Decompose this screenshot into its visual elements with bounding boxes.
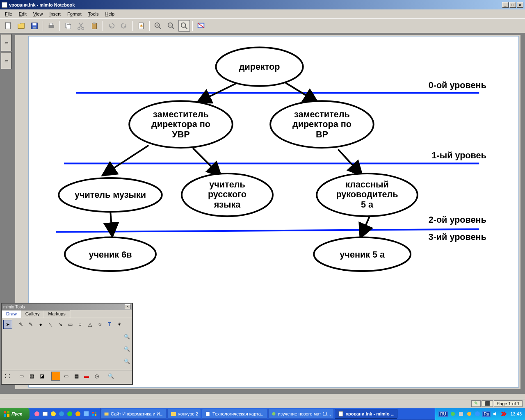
lang-indicator-1[interactable]: RU (438, 411, 447, 417)
new-button[interactable] (2, 20, 14, 32)
svg-rect-5 (50, 23, 52, 26)
tray-icon-1[interactable] (450, 411, 456, 417)
line-tool[interactable]: ＼ (46, 320, 55, 329)
save-button[interactable] (29, 20, 40, 32)
side-panel: ▭ ▭ (1, 34, 12, 70)
tools-zoom-fit[interactable]: 🔍 (122, 357, 131, 366)
task-item-5[interactable]: уровани.ink - mimio ... (335, 409, 397, 419)
tools-tab-draw[interactable]: Draw (2, 310, 21, 318)
node-deputy-uvr-t1: заместитель (153, 109, 209, 119)
menu-help[interactable]: Help (102, 11, 118, 17)
select-tool[interactable]: ▭ (17, 372, 26, 381)
undo-button[interactable] (105, 20, 117, 32)
grid-tool[interactable]: ▦ (72, 372, 81, 381)
rect-tool[interactable]: ▭ (66, 320, 75, 329)
tools-tab-gallery[interactable]: Gallery (21, 310, 44, 318)
ql-icon-5[interactable] (66, 411, 73, 417)
color1-tool[interactable] (51, 372, 60, 381)
windows-logo-icon (3, 411, 10, 417)
task-item-4[interactable]: изучение нового мат 1.i... (268, 409, 334, 419)
tools-row-top: ➤ ✎ ✎ ● ＼ ↘ ▭ ○ △ ☆ T ✶ (2, 318, 132, 331)
ql-icon-6[interactable] (75, 411, 81, 417)
svg-rect-38 (95, 414, 96, 416)
ql-icon-2[interactable] (42, 411, 48, 417)
menu-tools[interactable]: Tools (85, 11, 102, 17)
tools-title-bar[interactable]: mimio Tools × (2, 304, 132, 310)
status-icon1[interactable]: ✎ (471, 400, 481, 407)
zoom-out-button[interactable] (165, 20, 177, 32)
menu-edit[interactable]: Edit (16, 11, 30, 17)
pen-tool[interactable]: ✎ (16, 320, 25, 329)
arrow-uvr-russian (193, 148, 221, 176)
spotlight-tool[interactable]: ◎ (92, 372, 101, 381)
ql-icon-8[interactable] (91, 411, 98, 417)
ellipse-fill-tool[interactable]: ● (36, 320, 45, 329)
menu-file[interactable]: File (2, 11, 16, 17)
start-button[interactable]: Пуск (0, 408, 30, 420)
title-bar: уровани.ink - mimio Notebook _ □ × (0, 0, 525, 9)
redscreen-tool[interactable]: ▬ (82, 372, 91, 381)
lasso-tool[interactable]: ▧ (27, 372, 36, 381)
svg-point-28 (34, 411, 39, 416)
tools-tab-markups[interactable]: Markups (44, 310, 70, 318)
tray-icon-2[interactable] (458, 411, 464, 417)
highlighter-tool[interactable]: ✎ (26, 320, 35, 329)
svg-point-33 (75, 411, 80, 416)
svg-rect-11 (93, 23, 96, 24)
zoom-in-button[interactable] (152, 20, 164, 32)
print-button[interactable] (46, 20, 57, 32)
tray-icon-4[interactable] (474, 411, 481, 417)
text-tool[interactable]: T (105, 320, 114, 329)
color2-tool[interactable]: ▭ (62, 372, 71, 381)
status-icon2[interactable]: ⬛ (482, 400, 493, 407)
star-tool[interactable]: ☆ (95, 320, 104, 329)
tools-zoom-out[interactable]: 🔍 (122, 345, 131, 354)
triangle-tool[interactable]: △ (85, 320, 94, 329)
paste-button[interactable] (89, 20, 100, 32)
fullscreen-tool[interactable]: ⛶ (3, 372, 12, 381)
cut-button[interactable] (75, 20, 87, 32)
arrow-tool[interactable]: ↘ (56, 320, 65, 329)
tools-window[interactable]: mimio Tools × Draw Gallery Markups ➤ ✎ ✎… (1, 303, 133, 385)
lang-indicator-2[interactable]: Ru (482, 411, 491, 417)
thumb-1[interactable]: ▭ (1, 34, 11, 51)
node-classr-t3: 5 а (361, 199, 374, 210)
tools-close-button[interactable]: × (125, 304, 130, 309)
eraser-tool[interactable]: ◪ (37, 372, 46, 381)
zoom-fit-button[interactable] (178, 20, 190, 32)
ql-icon-4[interactable] (58, 411, 65, 417)
tray-clock[interactable]: 13:43 (510, 411, 522, 416)
ql-icon-1[interactable] (34, 411, 40, 417)
menu-view[interactable]: View (30, 11, 46, 17)
arrow-uvr-music (102, 145, 148, 176)
toolbar: ✶ (0, 18, 525, 33)
menu-insert[interactable]: Insert (46, 11, 64, 17)
task-item-2[interactable]: конкурс 2 (167, 409, 201, 419)
open-button[interactable] (16, 20, 27, 32)
close-button[interactable]: × (517, 2, 523, 8)
menu-format[interactable]: Format (64, 11, 85, 17)
tray-kaspersky-icon[interactable] (500, 411, 507, 417)
ql-icon-7[interactable] (83, 411, 89, 417)
tools-zoom-in[interactable]: 🔍 (122, 332, 131, 341)
redo-button[interactable] (119, 20, 130, 32)
stamp-tool[interactable]: ✶ (115, 320, 124, 329)
reveal-tool[interactable]: 🔍 (106, 372, 115, 381)
node-russian-t2: русского (208, 189, 247, 199)
copy-button[interactable] (62, 20, 74, 32)
maximize-button[interactable]: □ (509, 2, 516, 8)
fullscreen-button[interactable] (195, 20, 207, 32)
task-item-1[interactable]: Сайт Информатика и И... (101, 409, 167, 419)
ql-icon-3[interactable] (50, 411, 57, 417)
menu-bar: File Edit View Insert Format Tools Help (0, 9, 525, 18)
ellipse-tool[interactable]: ○ (75, 320, 84, 329)
svg-rect-39 (104, 413, 108, 415)
svg-point-42 (272, 412, 275, 415)
task-item-3[interactable]: Технологическая карта... (202, 409, 267, 419)
minimize-button[interactable]: _ (502, 2, 509, 8)
pointer-tool[interactable]: ➤ (3, 320, 12, 329)
tray-volume-icon[interactable] (492, 411, 499, 417)
tray-icon-3[interactable] (466, 411, 472, 417)
insert-page-button[interactable]: ✶ (135, 20, 147, 32)
thumb-2[interactable]: ▭ (1, 52, 11, 69)
